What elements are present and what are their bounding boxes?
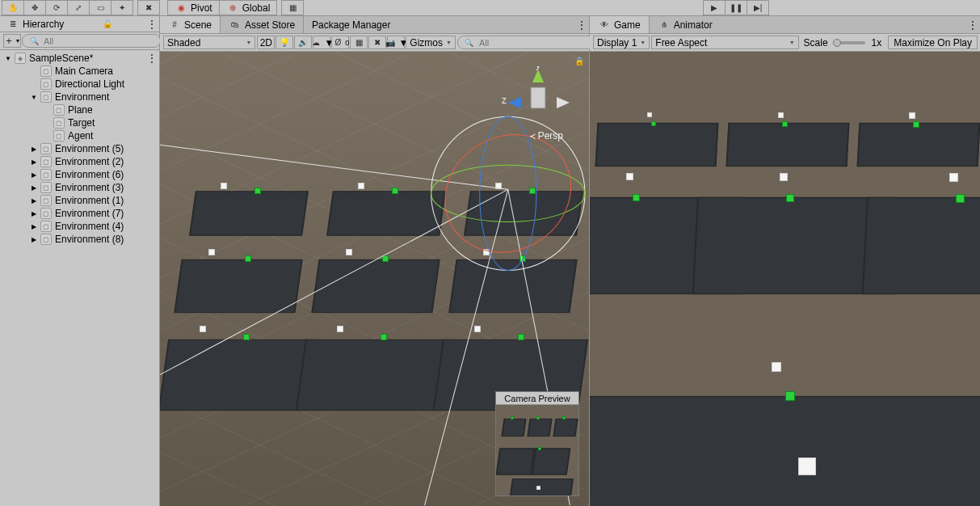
scene-viewport[interactable]: y z 🔒 ≺ Persp Camera Preview <box>160 52 589 506</box>
target-cube[interactable] <box>392 188 398 194</box>
rect-tool[interactable]: ▭ <box>89 0 111 15</box>
foldout-icon[interactable]: ▼ <box>3 53 13 63</box>
env-plane[interactable] <box>464 192 583 236</box>
hierarchy-item[interactable]: ▢Plane <box>0 103 159 116</box>
camera-settings[interactable]: 📷▼ <box>387 36 405 49</box>
tab-package-manager[interactable]: Package Manager <box>304 16 398 33</box>
foldout-icon[interactable] <box>42 131 52 141</box>
custom-editor-tools[interactable]: ✖ <box>137 0 160 15</box>
foldout-icon[interactable] <box>29 79 39 89</box>
camera-preview[interactable]: Camera Preview <box>495 391 579 496</box>
hierarchy-item[interactable]: ▶▢Environment (7) <box>0 207 159 220</box>
hierarchy-item[interactable]: ▶▢Environment (8) <box>0 233 159 246</box>
gizmos-dropdown[interactable]: Gizmos ▼ <box>406 36 456 49</box>
space-toggle[interactable]: ⊕ Global <box>219 0 278 15</box>
foldout-icon[interactable] <box>42 118 52 128</box>
fx-toggle[interactable]: ☁▼ <box>313 36 330 49</box>
hierarchy-item[interactable]: ▶▢Environment (5) <box>0 142 159 155</box>
env-plane[interactable] <box>448 259 577 313</box>
grid-toggle[interactable]: ▦ <box>350 36 368 49</box>
hierarchy-search[interactable]: 🔍 <box>22 34 161 48</box>
agent-cube[interactable] <box>474 326 481 332</box>
foldout-icon[interactable]: ▶ <box>29 234 39 244</box>
hierarchy-item[interactable]: ▶▢Environment (2) <box>0 155 159 168</box>
transform-tool[interactable]: ✦ <box>111 0 133 15</box>
maximize-toggle[interactable]: Maximize On Play <box>888 36 978 49</box>
foldout-icon[interactable]: ▶ <box>29 221 39 231</box>
hierarchy-item[interactable]: ▢Main Camera <box>0 65 159 78</box>
hierarchy-item[interactable]: ▶▢Environment (1) <box>0 194 159 207</box>
hierarchy-tab[interactable]: ≣ Hierarchy <box>0 16 70 32</box>
hierarchy-tree[interactable]: ▼ ◈ SampleScene* ⋮ ▢Main Camera▢Directio… <box>0 50 159 506</box>
hierarchy-item[interactable]: ▼▢Environment <box>0 91 159 103</box>
env-plane[interactable] <box>311 259 440 313</box>
agent-cube[interactable] <box>208 249 215 255</box>
tab-animator[interactable]: ⋔ Animator <box>650 16 721 33</box>
target-cube[interactable] <box>245 255 251 262</box>
hierarchy-item[interactable]: ▢Target <box>0 116 159 129</box>
aspect-dropdown[interactable]: Free Aspect ▼ <box>651 36 798 49</box>
hierarchy-item[interactable]: ▶▢Environment (4) <box>0 220 159 233</box>
gizmo-lock-toggle[interactable]: 🔒 <box>574 57 584 65</box>
foldout-icon[interactable]: ▶ <box>29 157 39 167</box>
create-dropdown[interactable]: ＋▼ <box>3 34 21 48</box>
env-plane[interactable] <box>296 339 451 411</box>
lighting-toggle[interactable]: 💡 <box>275 36 293 49</box>
tab-game[interactable]: 👁 Game <box>590 16 650 33</box>
hierarchy-item[interactable]: ▢Agent <box>0 129 159 142</box>
scene-root[interactable]: ▼ ◈ SampleScene* ⋮ <box>0 52 159 65</box>
foldout-icon[interactable]: ▼ <box>29 92 39 102</box>
foldout-icon[interactable]: ▶ <box>29 209 39 218</box>
agent-cube[interactable] <box>495 183 502 189</box>
scale-tool[interactable]: ⤢ <box>67 0 90 15</box>
hierarchy-search-input[interactable] <box>44 36 155 46</box>
move-tool[interactable]: ✥ <box>23 0 46 15</box>
target-cube[interactable] <box>381 334 387 340</box>
agent-cube[interactable] <box>221 183 227 189</box>
step-button[interactable]: ▶| <box>747 0 769 15</box>
hierarchy-context-menu[interactable]: ⋮ <box>145 16 159 32</box>
tab-scene[interactable]: # Scene <box>160 16 221 33</box>
agent-cube[interactable] <box>200 326 206 332</box>
display-dropdown[interactable]: Display 1▼ <box>593 36 650 49</box>
foldout-icon[interactable]: ▶ <box>29 144 39 154</box>
agent-cube[interactable] <box>483 249 490 255</box>
target-cube[interactable] <box>243 334 250 340</box>
target-cube[interactable] <box>254 188 261 194</box>
foldout-icon[interactable]: ▶ <box>29 170 39 179</box>
panel-lock-toggle[interactable]: 🔓 <box>100 16 115 32</box>
target-cube[interactable] <box>529 188 536 194</box>
target-cube[interactable] <box>518 334 524 340</box>
foldout-icon[interactable]: ▶ <box>29 196 39 205</box>
hierarchy-item[interactable]: ▢Directional Light <box>0 78 159 91</box>
hierarchy-item[interactable]: ▶▢Environment (3) <box>0 181 159 194</box>
slider-thumb[interactable] <box>833 39 841 47</box>
2d-toggle[interactable]: 2D <box>257 36 275 49</box>
agent-cube[interactable] <box>337 326 343 332</box>
scene-search[interactable]: 🔍 <box>457 36 596 49</box>
play-button[interactable]: ▶ <box>703 0 726 15</box>
scene-visibility-toggle[interactable]: Ø0 <box>331 36 349 49</box>
foldout-icon[interactable] <box>29 66 39 76</box>
rotate-tool[interactable]: ⟳ <box>45 0 68 15</box>
foldout-icon[interactable] <box>42 105 52 115</box>
env-plane[interactable] <box>174 259 302 313</box>
hierarchy-item[interactable]: ▶▢Environment (6) <box>0 168 159 181</box>
target-cube[interactable] <box>382 255 389 262</box>
scale-slider[interactable] <box>833 41 865 44</box>
projection-label[interactable]: ≺ Persp <box>529 130 563 141</box>
foldout-icon[interactable]: ▶ <box>29 183 39 192</box>
pause-button[interactable]: ❚❚ <box>725 0 747 15</box>
scene-search-input[interactable] <box>479 38 591 48</box>
env-plane[interactable] <box>189 192 309 236</box>
snap-toggle[interactable]: ▦ <box>281 0 304 15</box>
target-cube[interactable] <box>519 255 526 262</box>
scene-tab-context[interactable]: ⋮ <box>574 16 589 33</box>
game-tab-context[interactable]: ⋮ <box>965 16 980 33</box>
scene-context[interactable]: ⋮ <box>145 52 159 65</box>
env-plane[interactable] <box>326 192 446 236</box>
game-viewport[interactable] <box>590 52 980 506</box>
agent-cube[interactable] <box>358 183 364 189</box>
agent-cube[interactable] <box>346 249 352 255</box>
hand-tool[interactable]: ✋ <box>2 0 24 15</box>
